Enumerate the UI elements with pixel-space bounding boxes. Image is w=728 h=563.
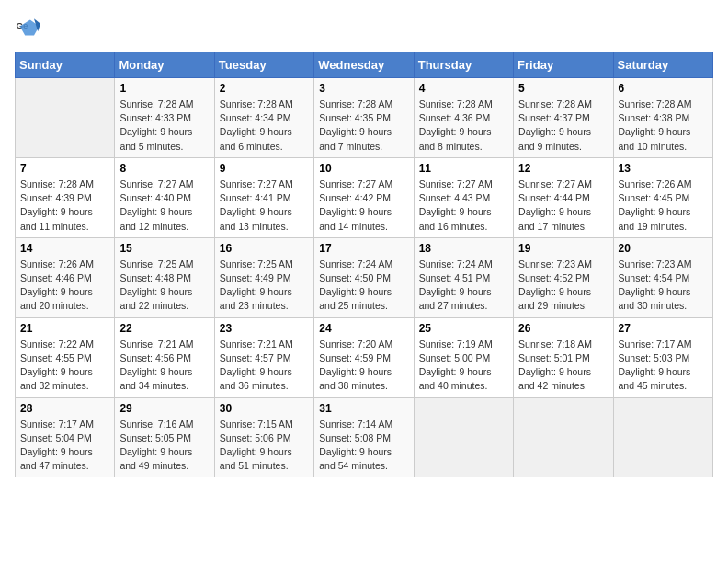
daylight-hours: Daylight: 9 hours <box>119 206 192 217</box>
day-number: 1 <box>119 82 209 95</box>
day-info: Sunrise: 7:26 AMSunset: 4:45 PMDaylight:… <box>619 178 708 234</box>
day-number: 30 <box>220 402 309 415</box>
daylight-minutes: and 34 minutes. <box>119 380 188 391</box>
daylight-hours: Daylight: 9 hours <box>419 126 492 137</box>
calendar-cell: 6Sunrise: 7:28 AMSunset: 4:38 PMDaylight… <box>613 78 712 158</box>
daylight-hours: Daylight: 9 hours <box>419 286 492 297</box>
day-info: Sunrise: 7:27 AMSunset: 4:42 PMDaylight:… <box>319 178 408 234</box>
daylight-minutes: and 17 minutes. <box>518 221 587 232</box>
daylight-hours: Daylight: 9 hours <box>319 446 392 457</box>
day-number: 6 <box>619 82 708 95</box>
day-info: Sunrise: 7:28 AMSunset: 4:35 PMDaylight:… <box>319 98 408 154</box>
daylight-minutes: and 23 minutes. <box>220 300 289 311</box>
day-info: Sunrise: 7:16 AMSunset: 5:05 PMDaylight:… <box>119 418 209 474</box>
day-number: 27 <box>619 322 708 335</box>
calendar-cell: 9Sunrise: 7:27 AMSunset: 4:41 PMDaylight… <box>214 157 313 237</box>
sunrise-time: Sunrise: 7:16 AM <box>119 419 193 430</box>
sunset-time: Sunset: 4:57 PM <box>220 352 291 363</box>
sunrise-time: Sunrise: 7:21 AM <box>220 339 293 350</box>
sunrise-time: Sunrise: 7:27 AM <box>220 178 293 190</box>
daylight-minutes: and 45 minutes. <box>619 380 688 391</box>
daylight-hours: Daylight: 9 hours <box>20 446 93 457</box>
sunset-time: Sunset: 5:04 PM <box>20 432 92 443</box>
day-header-wednesday: Wednesday <box>314 52 414 78</box>
calendar-cell: 4Sunrise: 7:28 AMSunset: 4:36 PMDaylight… <box>414 78 513 158</box>
sunset-time: Sunset: 4:54 PM <box>619 272 690 283</box>
week-row-5: 28Sunrise: 7:17 AMSunset: 5:04 PMDayligh… <box>16 397 713 477</box>
daylight-hours: Daylight: 9 hours <box>119 366 192 377</box>
day-info: Sunrise: 7:17 AMSunset: 5:03 PMDaylight:… <box>619 338 708 394</box>
sunset-time: Sunset: 4:37 PM <box>518 112 590 123</box>
sunrise-time: Sunrise: 7:27 AM <box>319 178 392 190</box>
week-row-2: 7Sunrise: 7:28 AMSunset: 4:39 PMDaylight… <box>16 157 713 237</box>
day-header-monday: Monday <box>115 52 214 78</box>
day-number: 7 <box>20 162 109 175</box>
sunrise-time: Sunrise: 7:17 AM <box>619 339 692 350</box>
sunset-time: Sunset: 4:51 PM <box>419 272 491 283</box>
day-number: 8 <box>119 162 209 175</box>
sunset-time: Sunset: 4:33 PM <box>119 112 191 123</box>
day-number: 25 <box>419 322 508 335</box>
calendar-cell: 16Sunrise: 7:25 AMSunset: 4:49 PMDayligh… <box>214 237 313 317</box>
sunset-time: Sunset: 5:05 PM <box>119 432 191 443</box>
daylight-minutes: and 6 minutes. <box>220 141 283 152</box>
daylight-hours: Daylight: 9 hours <box>220 126 292 137</box>
sunrise-time: Sunrise: 7:20 AM <box>319 339 392 350</box>
sunset-time: Sunset: 4:55 PM <box>20 352 92 363</box>
calendar-cell: 31Sunrise: 7:14 AMSunset: 5:08 PMDayligh… <box>314 397 414 477</box>
day-info: Sunrise: 7:26 AMSunset: 4:46 PMDaylight:… <box>20 258 109 314</box>
week-row-1: 1Sunrise: 7:28 AMSunset: 4:33 PMDaylight… <box>16 78 713 158</box>
day-number: 24 <box>319 322 408 335</box>
day-number: 15 <box>119 242 209 255</box>
day-info: Sunrise: 7:28 AMSunset: 4:38 PMDaylight:… <box>619 98 708 154</box>
day-info: Sunrise: 7:21 AMSunset: 4:56 PMDaylight:… <box>119 338 209 394</box>
daylight-minutes: and 10 minutes. <box>619 141 688 152</box>
sunrise-time: Sunrise: 7:28 AM <box>319 98 392 109</box>
sunrise-time: Sunrise: 7:23 AM <box>619 259 692 270</box>
sunset-time: Sunset: 4:43 PM <box>419 192 491 203</box>
daylight-hours: Daylight: 9 hours <box>20 206 93 217</box>
daylight-minutes: and 27 minutes. <box>419 300 488 311</box>
sunrise-time: Sunrise: 7:28 AM <box>119 98 193 109</box>
daylight-minutes: and 16 minutes. <box>419 221 488 232</box>
daylight-hours: Daylight: 9 hours <box>619 126 691 137</box>
sunset-time: Sunset: 4:49 PM <box>220 272 291 283</box>
daylight-minutes: and 30 minutes. <box>619 300 688 311</box>
day-number: 31 <box>319 402 408 415</box>
daylight-hours: Daylight: 9 hours <box>119 286 192 297</box>
day-info: Sunrise: 7:21 AMSunset: 4:57 PMDaylight:… <box>220 338 309 394</box>
calendar-table: SundayMondayTuesdayWednesdayThursdayFrid… <box>15 52 713 477</box>
sunrise-time: Sunrise: 7:15 AM <box>220 419 293 430</box>
sunset-time: Sunset: 4:42 PM <box>319 192 391 203</box>
daylight-hours: Daylight: 9 hours <box>220 206 292 217</box>
calendar-cell: 8Sunrise: 7:27 AMSunset: 4:40 PMDaylight… <box>115 157 214 237</box>
daylight-minutes: and 29 minutes. <box>518 300 587 311</box>
day-info: Sunrise: 7:27 AMSunset: 4:43 PMDaylight:… <box>419 178 508 234</box>
day-number: 17 <box>319 242 408 255</box>
sunrise-time: Sunrise: 7:18 AM <box>518 339 592 350</box>
day-number: 5 <box>518 82 608 95</box>
daylight-minutes: and 40 minutes. <box>419 380 488 391</box>
daylight-hours: Daylight: 9 hours <box>518 206 591 217</box>
day-info: Sunrise: 7:14 AMSunset: 5:08 PMDaylight:… <box>319 418 408 474</box>
calendar-cell: 15Sunrise: 7:25 AMSunset: 4:48 PMDayligh… <box>115 237 214 317</box>
day-info: Sunrise: 7:28 AMSunset: 4:37 PMDaylight:… <box>518 98 608 154</box>
day-number: 18 <box>419 242 508 255</box>
sunrise-time: Sunrise: 7:27 AM <box>119 178 193 190</box>
sunrise-time: Sunrise: 7:21 AM <box>119 339 193 350</box>
calendar-cell <box>514 397 613 477</box>
daylight-minutes: and 51 minutes. <box>220 460 289 471</box>
sunset-time: Sunset: 4:36 PM <box>419 112 491 123</box>
sunset-time: Sunset: 4:45 PM <box>619 192 690 203</box>
page-header: Ge <box>15 15 713 40</box>
day-number: 12 <box>518 162 608 175</box>
sunset-time: Sunset: 4:44 PM <box>518 192 590 203</box>
calendar-cell <box>16 78 115 158</box>
daylight-hours: Daylight: 9 hours <box>20 286 93 297</box>
calendar-cell: 19Sunrise: 7:23 AMSunset: 4:52 PMDayligh… <box>514 237 613 317</box>
calendar-cell: 27Sunrise: 7:17 AMSunset: 5:03 PMDayligh… <box>613 317 712 397</box>
sunrise-time: Sunrise: 7:27 AM <box>518 178 592 190</box>
daylight-hours: Daylight: 9 hours <box>619 286 691 297</box>
daylight-minutes: and 7 minutes. <box>319 141 382 152</box>
calendar-cell: 28Sunrise: 7:17 AMSunset: 5:04 PMDayligh… <box>16 397 115 477</box>
